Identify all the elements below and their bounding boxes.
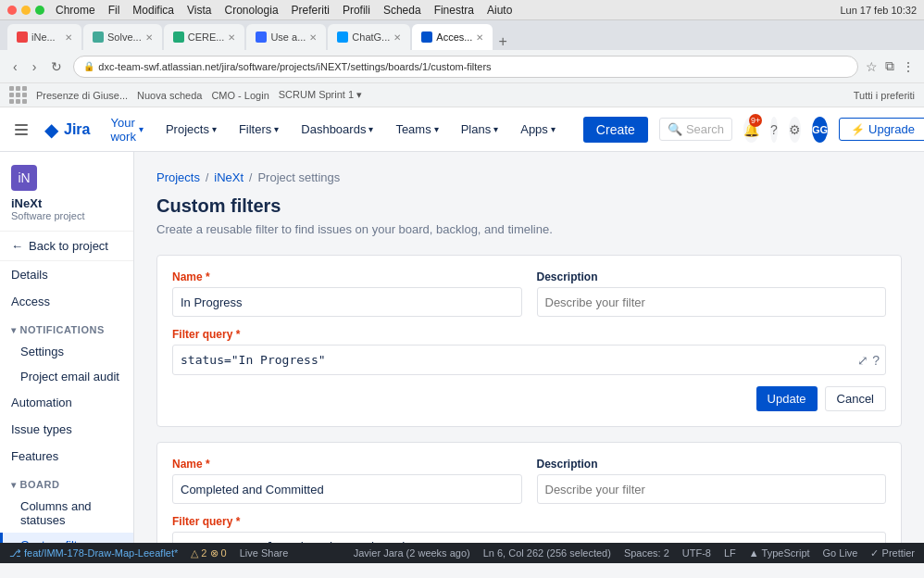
language-indicator[interactable]: ▲ TypeScript: [749, 547, 810, 559]
sidebar-item-details[interactable]: Details: [0, 261, 133, 288]
nav-forward-btn[interactable]: ›: [29, 57, 41, 76]
tab-close-1[interactable]: ✕: [145, 32, 153, 43]
filter-query-input-0[interactable]: [173, 346, 885, 374]
lightning-icon: ⚡: [851, 123, 865, 136]
mac-menu-view[interactable]: Vista: [187, 4, 211, 17]
bookmark-2[interactable]: CMO - Login: [211, 90, 268, 101]
filter-name-input-0[interactable]: [172, 287, 522, 317]
mac-menu-tab[interactable]: Scheda: [383, 4, 421, 17]
chrome-tab-2[interactable]: CERE... ✕: [164, 24, 245, 50]
help-button[interactable]: ?: [770, 117, 778, 143]
mac-window-controls[interactable]: [7, 6, 44, 15]
line-ending-indicator[interactable]: LF: [724, 547, 736, 559]
sidebar-item-columns-statuses[interactable]: Columns and statuses: [0, 494, 133, 533]
nav-apps[interactable]: Apps ▾: [515, 119, 561, 140]
encoding-indicator[interactable]: UTF-8: [682, 547, 711, 559]
tab-close-5[interactable]: ✕: [476, 32, 483, 43]
sidebar-notifications-header[interactable]: ▾ Notifications: [0, 315, 133, 339]
expand-icon-0[interactable]: ⤢: [857, 353, 868, 368]
nav-projects[interactable]: Projects ▾: [160, 119, 222, 140]
go-live-btn[interactable]: Go Live: [823, 547, 858, 559]
user-avatar[interactable]: GG: [812, 117, 828, 143]
nav-back-btn[interactable]: ‹: [9, 57, 21, 76]
ssl-lock-icon: 🔒: [83, 61, 94, 71]
search-box[interactable]: 🔍 Search: [659, 118, 732, 141]
help-circle-icon-0[interactable]: ?: [872, 353, 880, 368]
bookmark-all[interactable]: Tutti i preferiti: [854, 90, 915, 101]
sidebar-toggle[interactable]: [15, 124, 28, 135]
filter-name-desc-row-0: Name * Description: [172, 270, 886, 317]
prettier-indicator[interactable]: ✓ Prettier: [870, 547, 915, 559]
filter-query-label-1: Filter query *: [172, 515, 886, 528]
breadcrumb-projects[interactable]: Projects: [156, 170, 200, 184]
mac-menu-chrome[interactable]: Chrome: [56, 4, 95, 17]
maximize-dot[interactable]: [35, 6, 44, 15]
tab-close-4[interactable]: ✕: [393, 32, 401, 43]
filter-query-icons-1: ⤢ ?: [857, 540, 880, 544]
mac-menu-help[interactable]: Aiuto: [487, 4, 512, 17]
chrome-tab-0[interactable]: iNe... ✕: [7, 24, 81, 50]
sidebar-item-settings[interactable]: Settings: [0, 339, 133, 364]
sidebar-item-automation[interactable]: Automation: [0, 389, 133, 416]
filter-query-input-1[interactable]: [173, 533, 885, 543]
extensions-icon[interactable]: ⧉: [885, 58, 894, 74]
back-to-project-btn[interactable]: ← Back to project: [0, 232, 133, 261]
mac-menu-file[interactable]: Fil: [108, 4, 120, 17]
filter-name-input-1[interactable]: [172, 474, 522, 504]
chevron-down-icon: ▾: [493, 124, 498, 134]
mac-menu-edit[interactable]: Modifica: [132, 4, 174, 17]
sidebar-item-custom-filters[interactable]: Custom filters: [0, 533, 133, 543]
help-circle-icon-1[interactable]: ?: [872, 540, 880, 544]
cancel-button-0[interactable]: Cancel: [825, 386, 886, 411]
settings-button[interactable]: ⚙: [789, 117, 801, 143]
tab-close-0[interactable]: ✕: [65, 32, 72, 43]
chrome-tab-4[interactable]: ChatG... ✕: [328, 24, 410, 50]
breadcrumb-inext[interactable]: iNeXt: [214, 170, 243, 184]
filter-card-1: Name * Description Filter query *: [156, 442, 902, 543]
nav-plans[interactable]: Plans ▾: [456, 119, 505, 140]
sidebar-board-header[interactable]: ▾ Board: [0, 470, 133, 494]
sidebar-item-issue-types[interactable]: Issue types: [0, 416, 133, 443]
update-button-0[interactable]: Update: [756, 386, 818, 411]
more-options-icon[interactable]: ⋮: [902, 59, 915, 74]
mac-menu-history[interactable]: Cronologia: [225, 4, 279, 17]
expand-icon-1[interactable]: ⤢: [857, 540, 868, 544]
warning-count[interactable]: △ 2 ⊗ 0: [191, 547, 226, 559]
upgrade-button[interactable]: ⚡ Upgrade: [839, 118, 924, 141]
bookmark-star-icon[interactable]: ☆: [866, 59, 878, 74]
tab-close-2[interactable]: ✕: [228, 32, 235, 43]
filter-desc-input-0[interactable]: [537, 287, 887, 317]
spaces-indicator[interactable]: Spaces: 2: [624, 547, 669, 559]
close-dot[interactable]: [7, 6, 17, 15]
bookmark-1[interactable]: Nuova scheda: [137, 90, 202, 101]
apps-waffle[interactable]: [9, 86, 27, 104]
jira-logo[interactable]: ◆ Jira: [44, 119, 90, 141]
sidebar-section-main: Details Access: [0, 261, 133, 315]
chrome-tab-1[interactable]: Solve... ✕: [83, 24, 162, 50]
mac-menu-profiles[interactable]: Profili: [343, 4, 370, 17]
create-button[interactable]: Create: [583, 117, 648, 143]
nav-your-work[interactable]: Your work ▾: [105, 112, 148, 147]
sidebar-item-features[interactable]: Features: [0, 443, 133, 470]
minimize-dot[interactable]: [21, 6, 31, 15]
bookmark-3[interactable]: SCRUM Sprint 1 ▾: [279, 89, 362, 101]
address-bar[interactable]: 🔒 dxc-team-swf.atlassian.net/jira/softwa…: [73, 56, 858, 78]
sidebar-item-project-email-audit[interactable]: Project email audit: [0, 364, 133, 389]
tab-close-3[interactable]: ✕: [309, 32, 317, 43]
cursor-position[interactable]: Ln 6, Col 262 (256 selected): [483, 547, 611, 559]
nav-teams[interactable]: Teams ▾: [390, 119, 443, 140]
mac-menu-window[interactable]: Finestra: [434, 4, 474, 17]
sidebar-item-access[interactable]: Access: [0, 288, 133, 315]
nav-refresh-btn[interactable]: ↻: [47, 57, 66, 76]
mac-menu-bookmarks[interactable]: Preferiti: [292, 4, 330, 17]
chrome-tab-5[interactable]: Acces... ✕: [412, 24, 493, 50]
filter-desc-input-1[interactable]: [537, 474, 887, 504]
live-share[interactable]: Live Share: [240, 547, 289, 559]
notifications-button[interactable]: 🔔 9+: [743, 117, 759, 143]
chrome-tab-3[interactable]: Use a... ✕: [246, 24, 326, 50]
nav-dashboards[interactable]: Dashboards ▾: [295, 119, 379, 140]
git-branch[interactable]: ⎇ feat/IMM-178-Draw-Map-Leeaflet*: [9, 547, 178, 559]
nav-filters[interactable]: Filters ▾: [233, 119, 284, 140]
bookmark-0[interactable]: Presenze di Giuse...: [36, 90, 128, 101]
new-tab-btn[interactable]: +: [498, 33, 506, 50]
